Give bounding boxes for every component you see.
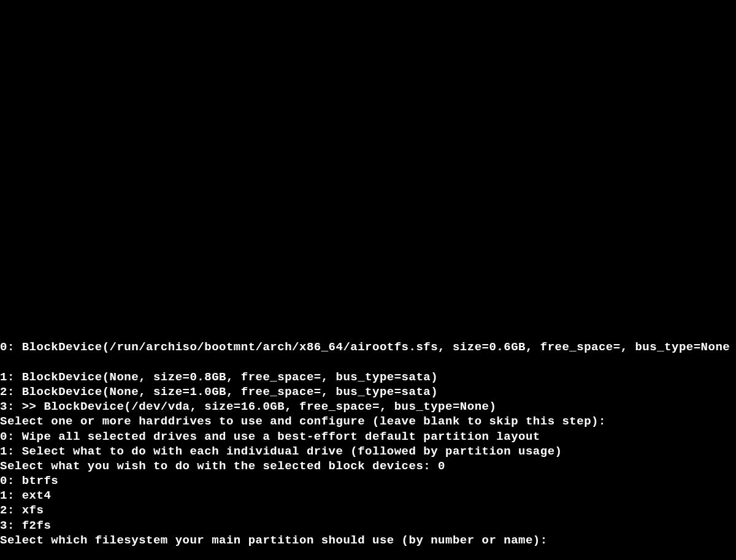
filesystem-option-btrfs: 0: btrfs <box>0 474 736 488</box>
block-device-line-0: 0: BlockDevice(/run/archiso/bootmnt/arch… <box>0 340 736 355</box>
filesystem-option-xfs: 2: xfs <box>0 503 736 518</box>
block-device-line-1: 1: BlockDevice(None, size=0.8GB, free_sp… <box>0 370 736 385</box>
block-device-line-2: 2: BlockDevice(None, size=1.0GB, free_sp… <box>0 385 736 399</box>
select-block-devices-prompt: Select what you wish to do with the sele… <box>0 459 736 474</box>
filesystem-option-ext4: 1: ext4 <box>0 488 736 503</box>
terminal-output: 0: BlockDevice(/run/archiso/bootmnt/arch… <box>0 340 736 548</box>
select-harddrives-prompt: Select one or more harddrives to use and… <box>0 414 736 429</box>
block-device-line-3: 3: >> BlockDevice(/dev/vda, size=16.0GB,… <box>0 399 736 414</box>
option-individual-drive: 1: Select what to do with each individua… <box>0 444 736 459</box>
filesystem-option-f2fs: 3: f2fs <box>0 518 736 533</box>
option-wipe-drives: 0: Wipe all selected drives and use a be… <box>0 429 736 444</box>
blank-line <box>0 355 736 370</box>
select-filesystem-prompt[interactable]: Select which filesystem your main partit… <box>0 533 736 548</box>
